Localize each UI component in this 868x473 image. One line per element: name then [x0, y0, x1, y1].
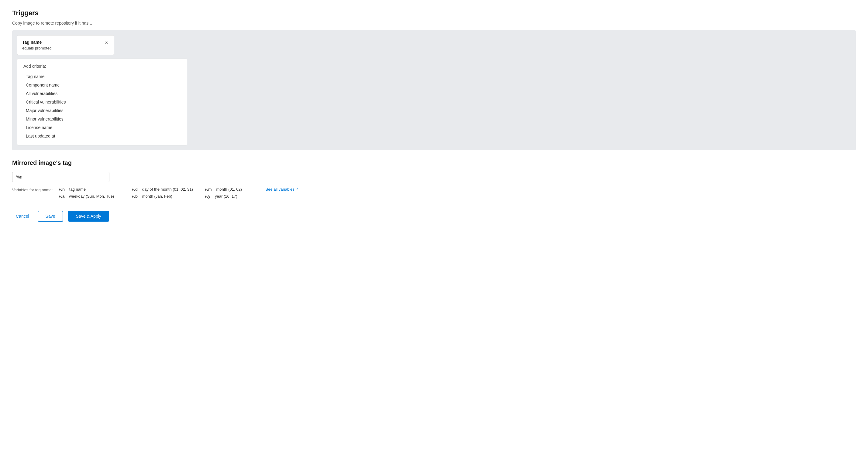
see-all-variables-text: See all variables	[265, 187, 294, 192]
criteria-item-tag-name[interactable]: Tag name	[23, 72, 181, 81]
criteria-item-minor-vulnerabilities[interactable]: Minor vulnerabilities	[23, 115, 181, 123]
actions-row: Cancel Save Save & Apply	[12, 211, 856, 222]
variables-section: Variables for tag name: %n = tag name %d…	[12, 187, 856, 199]
variable-y: %y = year (16, 17)	[205, 194, 265, 199]
criteria-item-component-name[interactable]: Component name	[23, 81, 181, 89]
variables-label: Variables for tag name:	[12, 187, 53, 192]
cancel-button[interactable]: Cancel	[12, 211, 33, 221]
page-subtitle: Copy image to remote repository if it ha…	[12, 21, 856, 26]
variable-d: %d = day of the month (01, 02, 31)	[132, 187, 205, 192]
criteria-item-critical-vulnerabilities[interactable]: Critical vulnerabilities	[23, 98, 181, 106]
variable-a: %a = weekday (Sun, Mon, Tue)	[59, 194, 132, 199]
variable-n: %n = tag name	[59, 187, 132, 192]
criteria-item-license-name[interactable]: License name	[23, 123, 181, 132]
criteria-item-last-updated-at[interactable]: Last updated at	[23, 132, 181, 140]
criteria-label: Add criteria:	[23, 64, 181, 69]
variables-grid: %n = tag name %d = day of the month (01,…	[59, 187, 298, 199]
tag-card-close-button[interactable]: ×	[104, 40, 109, 46]
save-apply-button[interactable]: Save & Apply	[68, 211, 109, 222]
tag-card-content: Tag name equals promoted	[22, 40, 52, 50]
save-button[interactable]: Save	[38, 211, 63, 222]
variables-row: Variables for tag name: %n = tag name %d…	[12, 187, 856, 199]
criteria-item-major-vulnerabilities[interactable]: Major vulnerabilities	[23, 106, 181, 115]
mirrored-tag-section-title: Mirrored image's tag	[12, 159, 856, 166]
tag-card-value: equals promoted	[22, 46, 52, 50]
variable-m: %m = month (01, 02)	[205, 187, 265, 192]
mirrored-tag-input[interactable]	[12, 172, 110, 182]
criteria-box: Add criteria: Tag name Component name Al…	[17, 59, 187, 145]
tag-card-title: Tag name	[22, 40, 52, 45]
tag-name-card: Tag name equals promoted ×	[17, 35, 114, 55]
triggers-area: Tag name equals promoted × Add criteria:…	[12, 30, 856, 150]
variable-b: %b = month (Jan, Feb)	[132, 194, 205, 199]
criteria-list: Tag name Component name All vulnerabilit…	[23, 72, 181, 140]
page-title: Triggers	[12, 9, 856, 17]
criteria-item-all-vulnerabilities[interactable]: All vulnerabilities	[23, 89, 181, 98]
see-all-variables-link[interactable]: See all variables ↗	[265, 187, 298, 192]
external-link-icon: ↗	[296, 187, 299, 191]
